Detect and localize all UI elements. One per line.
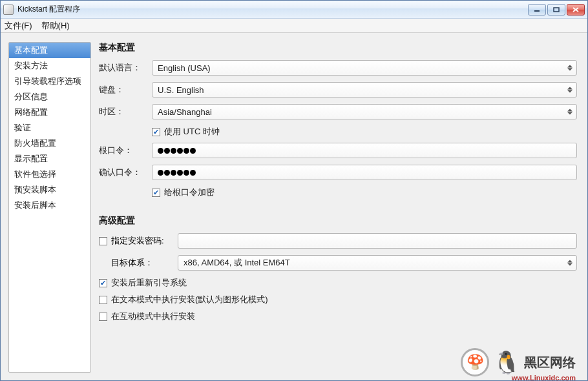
label-language: 默认语言： <box>99 62 152 74</box>
row-utc: ✔ 使用 UTC 时钟 <box>152 126 577 138</box>
window-controls <box>528 4 585 15</box>
spinner-icon <box>567 87 572 93</box>
label-textmode: 在文本模式中执行安装(默认为图形化模式) <box>111 294 268 305</box>
sidebar-item-display[interactable]: 显示配置 <box>9 151 90 167</box>
checkbox-reboot[interactable]: ✔ <box>99 279 107 287</box>
row-keyboard: 键盘： U.S. English <box>99 82 577 98</box>
row-rootpw: 根口令： <box>99 143 577 158</box>
sidebar-item-install-method[interactable]: 安装方法 <box>9 58 90 74</box>
combo-keyboard-value: U.S. English <box>158 85 204 95</box>
sidebar: 基本配置 安装方法 引导装载程序选项 分区信息 网络配置 验证 防火墙配置 显示… <box>8 42 91 373</box>
maximize-icon <box>553 7 560 12</box>
basic-heading: 基本配置 <box>99 42 577 54</box>
sidebar-item-partition[interactable]: 分区信息 <box>9 89 90 105</box>
window-title: Kickstart 配置程序 <box>17 4 528 15</box>
sidebar-item-bootloader[interactable]: 引导装载程序选项 <box>9 74 90 89</box>
password-mask <box>158 146 196 156</box>
row-arch: 目标体系： x86, AMD64, 或 Intel EM64T <box>99 255 577 271</box>
sidebar-item-packages[interactable]: 软件包选择 <box>9 167 90 182</box>
minimize-icon <box>534 7 540 12</box>
label-timezone: 时区： <box>99 106 152 118</box>
row-language: 默认语言： English (USA) <box>99 60 577 76</box>
row-install-key: 指定安装密码: <box>99 233 577 249</box>
label-confirmpw: 确认口令： <box>99 167 152 178</box>
label-rootpw: 根口令： <box>99 145 152 156</box>
sidebar-item-network[interactable]: 网络配置 <box>9 105 90 120</box>
checkbox-textmode[interactable] <box>99 296 107 304</box>
app-window: Kickstart 配置程序 文件(F) 帮助(H) 基本配置 安装方法 引导装… <box>0 0 588 381</box>
advanced-heading: 高级配置 <box>99 215 577 227</box>
sidebar-item-preinstall[interactable]: 预安装脚本 <box>9 182 90 198</box>
label-install-key: 指定安装密码: <box>111 235 164 247</box>
combo-timezone[interactable]: Asia/Shanghai <box>152 104 577 119</box>
menu-help[interactable]: 帮助(H) <box>41 20 70 32</box>
row-opt-reboot: ✔ 安装后重新引导系统 <box>99 277 577 289</box>
combo-arch-value: x86, AMD64, 或 Intel EM64T <box>184 257 290 269</box>
combo-arch[interactable]: x86, AMD64, 或 Intel EM64T <box>178 255 577 271</box>
checkbox-install-key[interactable] <box>99 237 107 245</box>
input-rootpw[interactable] <box>152 143 577 158</box>
checkbox-utc[interactable]: ✔ <box>152 128 160 136</box>
spinner-icon <box>567 260 572 266</box>
label-keyboard: 键盘： <box>99 84 152 96</box>
label-encryptpw: 给根口令加密 <box>164 187 215 198</box>
label-reboot: 安装后重新引导系统 <box>111 277 187 289</box>
row-confirmpw: 确认口令： <box>99 165 577 180</box>
checkbox-encryptpw[interactable]: ✔ <box>152 189 160 197</box>
row-opt-interactive: 在互动模式中执行安装 <box>99 311 577 322</box>
titlebar[interactable]: Kickstart 配置程序 <box>1 1 587 19</box>
checkbox-interactive[interactable] <box>99 313 107 321</box>
maximize-button[interactable] <box>547 4 565 15</box>
sidebar-item-auth[interactable]: 验证 <box>9 120 90 136</box>
row-opt-textmode: 在文本模式中执行安装(默认为图形化模式) <box>99 294 577 305</box>
row-encryptpw: ✔ 给根口令加密 <box>152 187 577 198</box>
combo-language[interactable]: English (USA) <box>152 60 577 76</box>
sidebar-item-postinstall[interactable]: 安装后脚本 <box>9 198 90 213</box>
app-icon <box>3 5 14 15</box>
label-arch: 目标体系： <box>111 257 153 269</box>
minimize-button[interactable] <box>528 4 546 15</box>
combo-language-value: English (USA) <box>158 63 211 73</box>
svg-rect-1 <box>554 8 559 12</box>
content-area: 基本配置 安装方法 引导装载程序选项 分区信息 网络配置 验证 防火墙配置 显示… <box>1 33 587 380</box>
input-install-key[interactable] <box>178 233 577 249</box>
menu-file[interactable]: 文件(F) <box>5 20 32 32</box>
spinner-icon <box>567 65 572 71</box>
label-utc: 使用 UTC 时钟 <box>164 126 220 138</box>
watermark-url: www.Linuxidc.com <box>512 374 576 381</box>
label-interactive: 在互动模式中执行安装 <box>111 311 195 322</box>
sidebar-item-basic[interactable]: 基本配置 <box>9 43 90 58</box>
close-button[interactable] <box>567 4 585 15</box>
close-icon <box>572 7 579 12</box>
input-confirmpw[interactable] <box>152 165 577 180</box>
combo-keyboard[interactable]: U.S. English <box>152 82 577 98</box>
combo-timezone-value: Asia/Shanghai <box>158 107 212 117</box>
menubar: 文件(F) 帮助(H) <box>1 19 587 33</box>
row-timezone: 时区： Asia/Shanghai <box>99 104 577 119</box>
spinner-icon <box>567 109 572 115</box>
sidebar-item-firewall[interactable]: 防火墙配置 <box>9 136 90 151</box>
password-mask <box>158 168 196 178</box>
main-panel: 基本配置 默认语言： English (USA) 键盘： U.S. Englis… <box>99 42 580 373</box>
